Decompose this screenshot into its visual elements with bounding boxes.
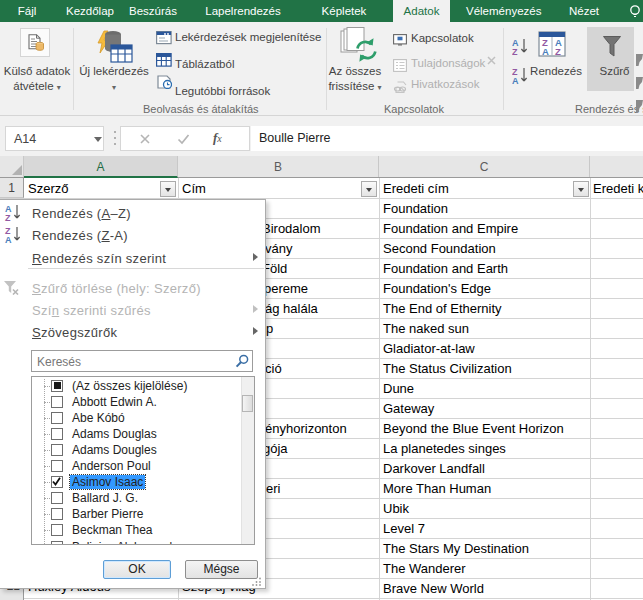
svg-text:A: A <box>5 235 12 244</box>
svg-text:A: A <box>542 46 549 57</box>
svg-text:Z: Z <box>555 46 561 57</box>
svg-text:A: A <box>512 76 519 85</box>
svg-text:Z: Z <box>5 213 11 222</box>
svg-text:Z: Z <box>512 47 518 56</box>
